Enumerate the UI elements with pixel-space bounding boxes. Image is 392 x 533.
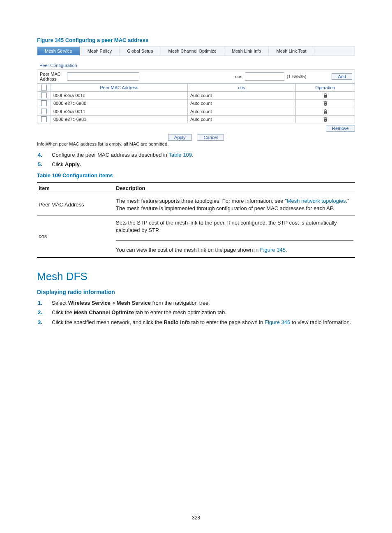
table-row: 0000-e27c-6e80Auto count — [37, 100, 355, 107]
cell-mac: 000f-e2aa-0010 — [51, 92, 188, 100]
text: Click the — [52, 309, 74, 315]
cell-item: cos — [37, 216, 114, 257]
peer-form-row: Peer MAC Address cos (1-65535) Add — [37, 70, 355, 83]
table-row: 0000-e27c-6e81Auto count — [37, 115, 355, 123]
col-operation: Operation — [296, 84, 355, 92]
peer-mac-label: Peer MAC Address — [40, 72, 65, 81]
col-peer-mac: Peer MAC Address — [51, 84, 188, 92]
divider — [116, 240, 353, 241]
text: You can view the cost of the mesh link o… — [116, 247, 260, 253]
col-cos: cos — [188, 84, 296, 92]
peer-mac-input[interactable] — [67, 72, 139, 81]
table-caption: Table 109 Configuration items — [37, 172, 355, 178]
peer-config-panel: Peer MAC Address cos (1-65535) Add — [37, 70, 355, 83]
row-checkbox[interactable] — [41, 116, 47, 122]
text: . — [80, 161, 81, 167]
col-item: Item — [37, 182, 114, 194]
trash-icon[interactable] — [323, 108, 328, 113]
trash-icon[interactable] — [323, 93, 328, 97]
form-buttons: Apply Cancel — [37, 134, 355, 141]
trash-icon[interactable] — [323, 100, 328, 105]
remove-row: Remove — [37, 123, 355, 132]
tab-spacer — [314, 47, 355, 55]
cell-mac: 0000-e27c-6e81 — [51, 115, 188, 123]
figure-caption: Figure 345 Configuring a peer MAC addres… — [37, 37, 355, 43]
step-text: Click the Mesh Channel Optimize tab to e… — [52, 309, 226, 316]
cell-cos: Auto count — [188, 107, 296, 115]
cancel-button[interactable]: Cancel — [198, 134, 224, 141]
step-number: 1. — [37, 299, 52, 307]
info-line: Info:When peer MAC address list is empty… — [37, 141, 355, 146]
text: . — [286, 247, 287, 253]
text: from the navigation tree. — [151, 300, 210, 306]
page-number: 323 — [0, 515, 392, 521]
cell-mac: 000f-e2aa-0011 — [51, 107, 188, 115]
cell-item: Peer MAC Address — [37, 194, 114, 216]
step-number: 3. — [37, 319, 52, 326]
step-text: Select Wireless Service > Mesh Service f… — [52, 299, 210, 307]
document-page: Figure 345 Configuring a peer MAC addres… — [0, 0, 392, 533]
tab-bar: Mesh Service Mesh Policy Global Setup Me… — [37, 46, 355, 56]
row-checkbox[interactable] — [41, 100, 47, 106]
text: Select — [52, 300, 68, 306]
step-number: 5. — [37, 161, 52, 168]
cell-cos: Auto count — [188, 115, 296, 123]
cell-desc: The mesh feature supports three topologi… — [114, 194, 355, 216]
text-bold: Mesh Service — [117, 300, 151, 306]
col-checkbox — [37, 84, 51, 92]
text-bold: Wireless Service — [68, 300, 111, 306]
cos-label: cos — [235, 74, 242, 79]
text-bold: Mesh Channel Optimize — [74, 309, 134, 315]
table-row: cos Sets the STP cost of the mesh link t… — [37, 216, 355, 257]
section-subheading: Displaying radio information — [37, 289, 355, 295]
row-checkbox[interactable] — [41, 93, 47, 98]
cell-cos: Auto count — [188, 92, 296, 100]
cell-mac: 0000-e27c-6e80 — [51, 100, 188, 107]
link-table-109[interactable]: Table 109 — [168, 152, 191, 158]
step-text: Click the specified mesh network, and cl… — [52, 319, 351, 326]
text: The mesh feature supports three topologi… — [116, 198, 287, 204]
peer-config-heading: Peer Configuration — [37, 56, 355, 70]
cell-cos: Auto count — [188, 100, 296, 107]
tab-mesh-channel-optimize[interactable]: Mesh Channel Optimize — [161, 47, 224, 55]
config-items-table: Item Description Peer MAC Address The me… — [37, 182, 355, 258]
text: Click the specified mesh network, and cl… — [52, 319, 164, 325]
app-screenshot: Mesh Service Mesh Policy Global Setup Me… — [37, 46, 355, 146]
text: tab to enter the page shown in — [190, 319, 265, 325]
link-figure-345[interactable]: Figure 345 — [260, 247, 286, 253]
steps-list-a: 4. Configure the peer MAC address as des… — [37, 151, 355, 168]
table-row: 000f-e2aa-0011Auto count — [37, 107, 355, 115]
row-checkbox[interactable] — [41, 109, 47, 114]
section-heading: Mesh DFS — [37, 270, 355, 283]
text: tab to enter the mesh optimization tab. — [134, 309, 226, 315]
step-number: 4. — [37, 151, 52, 159]
link-mesh-topologies[interactable]: Mesh network topologies — [287, 198, 346, 204]
select-all-checkbox[interactable] — [41, 85, 47, 90]
trash-icon[interactable] — [323, 116, 328, 121]
tab-mesh-link-test[interactable]: Mesh Link Test — [269, 47, 314, 55]
text-bold: Radio Info — [164, 319, 190, 325]
tab-mesh-link-info[interactable]: Mesh Link Info — [224, 47, 269, 55]
cos-range-hint: (1-65535) — [287, 74, 307, 79]
remove-button[interactable]: Remove — [326, 125, 355, 132]
table-row: 000f-e2aa-0010Auto count — [37, 92, 355, 100]
step-number: 2. — [37, 309, 52, 316]
step-text: Click Apply. — [52, 161, 81, 168]
cos-input[interactable] — [245, 72, 284, 81]
cell-desc: Sets the STP cost of the mesh link to th… — [114, 216, 355, 257]
steps-list-b: 1. Select Wireless Service > Mesh Servic… — [37, 299, 355, 326]
link-figure-346[interactable]: Figure 346 — [265, 319, 290, 325]
table-row: Peer MAC Address The mesh feature suppor… — [37, 194, 355, 216]
text: . — [192, 152, 194, 158]
text-bold: Apply — [65, 161, 80, 167]
text: to view radio information. — [290, 319, 351, 325]
add-button[interactable]: Add — [332, 73, 352, 80]
step-text: Configure the peer MAC address as descri… — [52, 151, 194, 159]
tab-mesh-policy[interactable]: Mesh Policy — [80, 47, 120, 55]
col-description: Description — [114, 182, 355, 194]
apply-button[interactable]: Apply — [168, 134, 192, 141]
text: Configure the peer MAC address as descri… — [52, 152, 168, 158]
tab-global-setup[interactable]: Global Setup — [120, 47, 161, 55]
breadcrumb-sep: > — [111, 300, 117, 306]
tab-mesh-service[interactable]: Mesh Service — [37, 47, 80, 55]
